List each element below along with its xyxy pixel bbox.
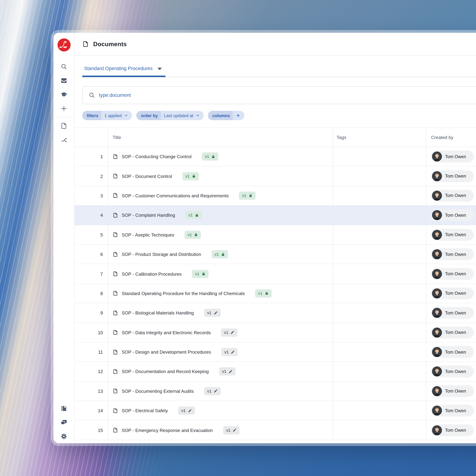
tab-standard-operating-procedures[interactable]: Standard Operating Procedures (82, 64, 166, 77)
created-by-chip: Tom Owen (431, 326, 474, 339)
table-row[interactable]: 6 SOP - Product Storage and Distribution… (75, 245, 476, 264)
desktop: Documents Standard Operating Procedures … (0, 0, 476, 476)
search-icon (89, 92, 95, 99)
sidebar-item-workflows[interactable] (57, 133, 70, 147)
avatar (432, 191, 442, 201)
tags-cell (333, 401, 426, 420)
version-badge: v1 (204, 309, 221, 317)
sidebar-item-training[interactable] (57, 87, 70, 101)
tags-cell (333, 167, 426, 186)
row-number: 6 (75, 245, 108, 264)
row-number: 3 (75, 186, 108, 205)
order-by-chip[interactable]: order by Last updated at (136, 111, 204, 120)
lock-icon (201, 272, 205, 276)
table-row[interactable]: 4 SOP - Complaint Handling v1 (75, 205, 476, 225)
tags-cell (333, 342, 426, 362)
avatar (432, 249, 442, 259)
table-row[interactable]: 14 SOP - Electrical Safety v1 (75, 401, 476, 421)
sidebar-item-feedback[interactable] (57, 415, 70, 429)
header-title[interactable]: Title (108, 128, 333, 147)
search-box[interactable] (82, 86, 476, 104)
pencil-icon (214, 389, 218, 393)
table-row[interactable]: 3 SOP - Customer Communications and Requ… (75, 186, 476, 205)
sidebar-item-search[interactable] (57, 60, 70, 73)
tab-strip: Standard Operating Procedures (75, 55, 476, 77)
tags-cell (333, 147, 426, 166)
version-badge: v1 (185, 211, 202, 219)
sidebar-item-settings[interactable] (57, 429, 70, 443)
document-icon (113, 173, 118, 179)
gear-icon (60, 433, 68, 440)
workflow-arrows-icon (60, 136, 68, 143)
inbox-icon (60, 77, 68, 84)
chevron-down-icon (124, 114, 128, 118)
created-by-chip: Tom Owen (431, 288, 474, 299)
document-title: SOP - Electrical Safety (122, 408, 168, 413)
order-by-chip-label: order by (136, 111, 161, 120)
created-by-name: Tom Owen (445, 271, 466, 276)
document-title: SOP - Biological Materials Handling (122, 310, 194, 316)
table-row[interactable]: 13 SOP - Documenting External Audits v1 (75, 382, 476, 401)
header-tags[interactable]: Tags (333, 128, 426, 147)
created-by-chip: Tom Owen (431, 229, 474, 241)
avatar (432, 171, 442, 181)
sidebar-item-knowledge-base[interactable] (57, 401, 70, 415)
document-icon (113, 251, 118, 257)
tags-cell (333, 303, 426, 323)
table-row[interactable]: 10 SOP - Data Integrity and Electronic R… (75, 323, 476, 342)
pencil-icon (188, 408, 192, 413)
created-by-name: Tom Owen (445, 154, 466, 159)
version-badge: v1 (182, 172, 199, 180)
table-row[interactable]: 12 SOP - Documentation and Record Keepin… (75, 362, 476, 382)
sidebar-item-documents[interactable] (57, 119, 70, 133)
created-by-chip: Tom Owen (431, 405, 474, 417)
version-badge: v1 (185, 231, 201, 239)
sidebar (53, 33, 75, 443)
page-header: Documents (75, 33, 476, 55)
search-input[interactable] (99, 92, 476, 98)
row-number: 8 (75, 284, 108, 303)
sidebar-item-inbox[interactable] (57, 73, 70, 87)
row-number: 15 (75, 421, 108, 440)
document-icon (113, 271, 118, 277)
columns-chip[interactable]: columns (208, 111, 244, 120)
avatar (432, 308, 442, 318)
document-icon (113, 232, 118, 238)
document-title: SOP - Emergency Response and Evacuation (122, 428, 213, 433)
table-row[interactable]: 1 SOP - Conducting Change Control v1 (75, 147, 476, 166)
table-row[interactable]: 15 SOP - Emergency Response and Evacuati… (75, 421, 476, 440)
row-number: 14 (75, 401, 108, 420)
created-by-name: Tom Owen (445, 350, 466, 355)
document-title: SOP - Aseptic Techniques (122, 232, 174, 237)
tags-cell (333, 421, 426, 440)
columns-chip-label: columns (208, 111, 233, 120)
sidebar-divider (53, 117, 75, 117)
filters-chip-label: filters (82, 111, 102, 120)
avatar (432, 327, 442, 338)
tags-cell (333, 225, 426, 244)
document-title: SOP - Product Storage and Distribution (122, 252, 201, 257)
version-badge: v1 (221, 348, 238, 356)
table-row[interactable]: 9 SOP - Biological Materials Handling v1 (75, 303, 476, 323)
document-icon (82, 41, 89, 47)
tags-cell (333, 323, 426, 342)
graduation-cap-icon (60, 91, 68, 98)
table-row[interactable]: 5 SOP - Aseptic Techniques v1 (75, 225, 476, 245)
chevron-down-icon (196, 114, 200, 118)
table-row[interactable]: 2 SOP - Document Control v1 (75, 167, 476, 186)
version-badge: v1 (219, 367, 236, 376)
created-by-name: Tom Owen (445, 428, 466, 433)
filters-chip[interactable]: filters 1 applied (82, 111, 132, 120)
document-icon (113, 349, 118, 355)
created-by-name: Tom Owen (445, 310, 466, 315)
document-icon (113, 369, 118, 374)
version-badge: v1 (255, 289, 272, 298)
brand-seal-logo[interactable] (57, 38, 71, 52)
created-by-name: Tom Owen (445, 389, 466, 394)
table-row[interactable]: 8 Standard Operating Procedure for the H… (75, 284, 476, 303)
sidebar-item-add-new[interactable] (57, 101, 70, 115)
header-created-by[interactable]: Created by (426, 128, 476, 147)
pencil-icon (231, 350, 235, 354)
table-row[interactable]: 7 SOP - Calibration Procedures v1 (75, 264, 476, 284)
table-row[interactable]: 11 SOP - Design and Development Procedur… (75, 342, 476, 362)
